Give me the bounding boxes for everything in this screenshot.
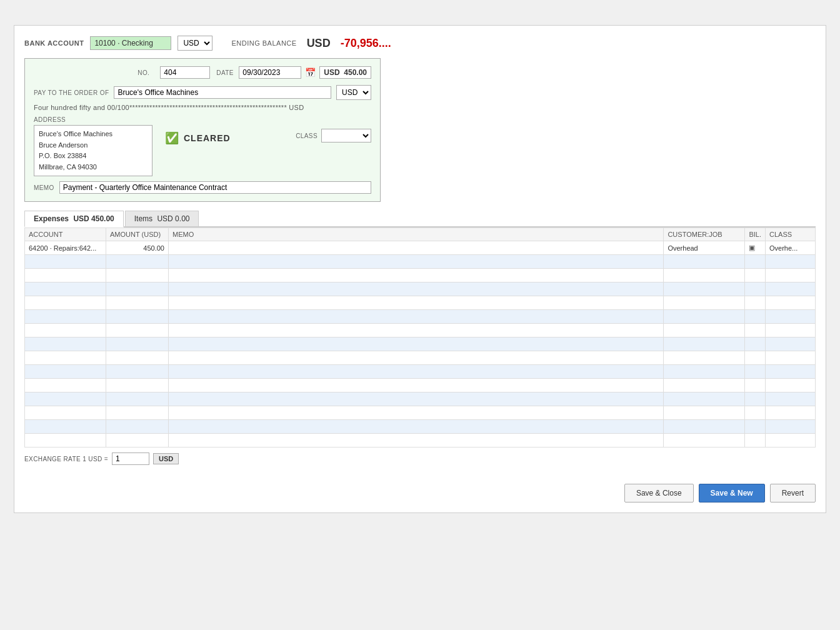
table-row-empty[interactable] [25,282,816,296]
empty-cell[interactable] [745,379,766,392]
payto-currency-select[interactable]: USD [336,85,371,100]
table-row-empty[interactable] [25,420,816,434]
empty-cell[interactable] [169,379,664,392]
class-select[interactable] [321,129,371,142]
table-row-empty[interactable] [25,365,816,379]
cell-memo[interactable] [169,241,664,255]
empty-cell[interactable] [766,351,816,365]
empty-cell[interactable] [766,255,816,269]
empty-cell[interactable] [745,269,766,282]
empty-cell[interactable] [25,338,106,351]
exchange-rate-input[interactable] [112,452,149,465]
cell-customer-job[interactable]: Overhead [664,241,745,255]
empty-cell[interactable] [169,255,664,269]
empty-cell[interactable] [664,255,745,269]
memo-input[interactable] [59,181,371,194]
empty-cell[interactable] [169,351,664,365]
empty-cell[interactable] [106,434,169,448]
empty-cell[interactable] [766,434,816,448]
empty-cell[interactable] [745,406,766,420]
empty-cell[interactable] [745,434,766,448]
empty-cell[interactable] [169,420,664,434]
table-row-empty[interactable] [25,338,816,351]
empty-cell[interactable] [25,420,106,434]
empty-cell[interactable] [25,269,106,282]
empty-cell[interactable] [664,365,745,379]
empty-cell[interactable] [169,269,664,282]
empty-cell[interactable] [745,282,766,296]
revert-button[interactable]: Revert [770,484,816,502]
empty-cell[interactable] [169,282,664,296]
empty-cell[interactable] [169,365,664,379]
empty-cell[interactable] [106,392,169,406]
empty-cell[interactable] [745,420,766,434]
empty-cell[interactable] [745,365,766,379]
table-row-empty[interactable] [25,379,816,392]
empty-cell[interactable] [25,351,106,365]
tab-items[interactable]: Items USD 0.00 [125,211,199,226]
empty-cell[interactable] [766,310,816,324]
check-date-input[interactable] [239,66,301,79]
empty-cell[interactable] [745,324,766,338]
empty-cell[interactable] [664,310,745,324]
bank-account-input[interactable] [90,36,171,50]
empty-cell[interactable] [106,406,169,420]
empty-cell[interactable] [25,365,106,379]
cell-class[interactable]: Overhe... [766,241,816,255]
empty-cell[interactable] [745,338,766,351]
cell-account[interactable]: 64200 · Repairs:642... [25,241,106,255]
empty-cell[interactable] [745,351,766,365]
empty-cell[interactable] [664,351,745,365]
empty-cell[interactable] [664,379,745,392]
empty-cell[interactable] [766,282,816,296]
table-row-empty[interactable] [25,310,816,324]
empty-cell[interactable] [745,392,766,406]
empty-cell[interactable] [766,324,816,338]
table-row-empty[interactable] [25,406,816,420]
cell-amount[interactable]: 450.00 [106,241,169,255]
empty-cell[interactable] [169,338,664,351]
empty-cell[interactable] [766,365,816,379]
table-row-empty[interactable] [25,324,816,338]
empty-cell[interactable] [664,296,745,310]
empty-cell[interactable] [25,296,106,310]
empty-cell[interactable] [664,420,745,434]
table-row-empty[interactable] [25,392,816,406]
empty-cell[interactable] [106,365,169,379]
empty-cell[interactable] [169,406,664,420]
empty-cell[interactable] [169,296,664,310]
tab-expenses[interactable]: Expenses USD 450.00 [24,211,124,228]
empty-cell[interactable] [106,420,169,434]
empty-cell[interactable] [25,379,106,392]
empty-cell[interactable] [664,324,745,338]
empty-cell[interactable] [664,338,745,351]
empty-cell[interactable] [664,434,745,448]
table-row-empty[interactable] [25,269,816,282]
empty-cell[interactable] [106,269,169,282]
table-row-empty[interactable] [25,434,816,448]
empty-cell[interactable] [766,269,816,282]
empty-cell[interactable] [745,255,766,269]
empty-cell[interactable] [106,324,169,338]
empty-cell[interactable] [169,392,664,406]
empty-cell[interactable] [766,392,816,406]
empty-cell[interactable] [745,310,766,324]
table-row-empty[interactable] [25,296,816,310]
empty-cell[interactable] [106,282,169,296]
empty-cell[interactable] [664,406,745,420]
empty-cell[interactable] [664,282,745,296]
empty-cell[interactable] [766,420,816,434]
empty-cell[interactable] [25,434,106,448]
currency-select[interactable]: USD [178,36,212,51]
empty-cell[interactable] [169,310,664,324]
payto-input[interactable] [114,86,331,99]
empty-cell[interactable] [169,434,664,448]
save-close-button[interactable]: Save & Close [624,484,694,502]
empty-cell[interactable] [664,392,745,406]
empty-cell[interactable] [25,282,106,296]
empty-cell[interactable] [106,310,169,324]
empty-cell[interactable] [106,351,169,365]
empty-cell[interactable] [766,379,816,392]
empty-cell[interactable] [106,296,169,310]
save-new-button[interactable]: Save & New [699,484,765,502]
